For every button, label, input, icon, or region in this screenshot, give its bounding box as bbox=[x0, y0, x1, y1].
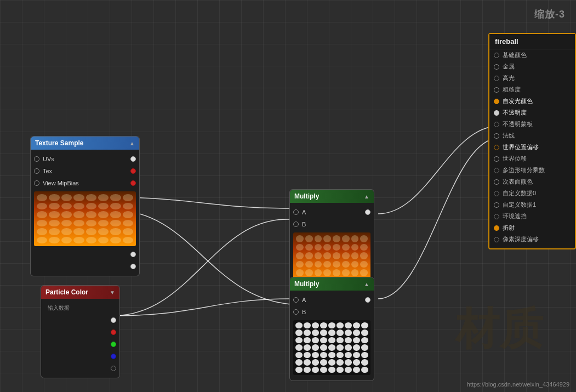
multiply-1-pin-b: B bbox=[290, 218, 374, 230]
pin-uvs-dot[interactable] bbox=[34, 156, 39, 162]
fireball-item-2[interactable]: 高光 bbox=[489, 72, 575, 84]
multiply-2-pin-a: A bbox=[290, 294, 374, 306]
multiply-2-preview bbox=[293, 320, 370, 375]
fireball-label-10: 多边形细分乘数 bbox=[503, 166, 545, 174]
fireball-item-3[interactable]: 粗糙度 bbox=[489, 84, 575, 95]
fireball-dot-4 bbox=[494, 99, 499, 104]
fireball-item-1[interactable]: 金属 bbox=[489, 61, 575, 72]
multiply-1-out[interactable] bbox=[365, 209, 370, 215]
fireball-dot-13 bbox=[494, 202, 499, 208]
multiply-2-out[interactable] bbox=[365, 297, 370, 303]
fireball-dot-8 bbox=[494, 145, 499, 150]
multiply-2-body: A B bbox=[290, 291, 374, 380]
fireball-label-11: 次表面颜色 bbox=[503, 178, 533, 186]
fireball-item-13[interactable]: 自定义数据1 bbox=[489, 199, 575, 211]
multiply-1-in-b[interactable] bbox=[293, 221, 299, 227]
pin-e2-out[interactable] bbox=[130, 264, 136, 269]
fireball-dot-12 bbox=[494, 191, 499, 196]
fireball-item-9[interactable]: 世界位移 bbox=[489, 153, 575, 164]
fireball-label-8: 世界位置偏移 bbox=[503, 143, 539, 151]
pin-extra2 bbox=[31, 260, 139, 272]
texture-sample-body: UVs Tex View MipBias bbox=[31, 150, 139, 276]
particle-color-body: 输入数据 bbox=[41, 299, 119, 378]
fireball-item-10[interactable]: 多边形细分乘数 bbox=[489, 164, 575, 176]
multiply-2-a-label: A bbox=[302, 297, 306, 303]
multiply-2-b-label: B bbox=[302, 309, 306, 315]
fireball-dot-2 bbox=[494, 76, 499, 81]
fireball-dot-5 bbox=[494, 110, 499, 116]
pin-uvs-label: UVs bbox=[43, 156, 54, 162]
fireball-dot-15 bbox=[494, 225, 499, 231]
fireball-label-15: 折射 bbox=[503, 224, 515, 232]
multiply-2-node[interactable]: Multiply ▲ A B bbox=[289, 277, 374, 381]
fireball-dot-0 bbox=[494, 53, 499, 58]
fireball-item-6[interactable]: 不透明蒙板 bbox=[489, 118, 575, 130]
fireball-dot-16 bbox=[494, 237, 499, 242]
fireball-item-8[interactable]: 世界位置偏移 bbox=[489, 141, 575, 153]
pin-mip-dot[interactable] bbox=[34, 180, 39, 186]
fireball-item-11[interactable]: 次表面颜色 bbox=[489, 176, 575, 188]
fireball-dot-1 bbox=[494, 64, 499, 70]
particle-subtitle: 输入数据 bbox=[41, 302, 119, 314]
particle-out-red[interactable] bbox=[111, 329, 116, 335]
pin-tex-dot[interactable] bbox=[34, 168, 39, 174]
pin-e1-out[interactable] bbox=[130, 252, 136, 257]
particle-color-header: Particle Color ▼ bbox=[41, 286, 119, 299]
particle-out-blue[interactable] bbox=[111, 354, 116, 359]
multiply-1-in-a[interactable] bbox=[293, 209, 299, 215]
pin-mip-out[interactable] bbox=[130, 180, 136, 186]
particle-out-white[interactable] bbox=[111, 317, 116, 323]
multiply-2-header: Multiply ▲ bbox=[290, 277, 374, 291]
particle-pin-blue bbox=[41, 350, 119, 362]
fireball-panel[interactable]: fireball 基础颜色 金属 高光 粗糙度 自发光颜色 不透明度 不透明蒙板… bbox=[488, 33, 576, 249]
fireball-item-12[interactable]: 自定义数据0 bbox=[489, 188, 575, 199]
pin-extra1 bbox=[31, 248, 139, 260]
particle-pin-a bbox=[41, 362, 119, 374]
fireball-item-4[interactable]: 自发光颜色 bbox=[489, 95, 575, 107]
fireball-label-4: 自发光颜色 bbox=[503, 97, 533, 105]
fireball-dot-6 bbox=[494, 122, 499, 127]
fireball-dot-11 bbox=[494, 179, 499, 185]
fireball-label-12: 自定义数据0 bbox=[503, 189, 536, 197]
fireball-label-9: 世界位移 bbox=[503, 155, 527, 163]
multiply-2-title: Multiply bbox=[294, 280, 319, 288]
particle-color-expand[interactable]: ▼ bbox=[110, 289, 115, 296]
fireball-title: fireball bbox=[489, 34, 575, 49]
fireball-item-15[interactable]: 折射 bbox=[489, 222, 575, 234]
url-bar: https://blog.csdn.net/weixin_43464929 bbox=[467, 381, 569, 388]
multiply-2-in-a[interactable] bbox=[293, 297, 299, 303]
fireball-label-6: 不透明蒙板 bbox=[503, 120, 533, 128]
pin-tex-out[interactable] bbox=[130, 168, 136, 174]
texture-preview bbox=[34, 191, 136, 246]
fireball-item-5[interactable]: 不透明度 bbox=[489, 107, 575, 118]
pin-uvs-out[interactable] bbox=[130, 156, 136, 162]
fireball-dot-14 bbox=[494, 214, 499, 219]
fireball-label-16: 像素深度偏移 bbox=[503, 235, 539, 243]
particle-out-green[interactable] bbox=[111, 342, 116, 347]
particle-subtitle-text: 输入数据 bbox=[44, 304, 70, 312]
multiply-1-expand[interactable]: ▲ bbox=[364, 194, 369, 200]
particle-pin-red bbox=[41, 326, 119, 338]
fireball-item-0[interactable]: 基础颜色 bbox=[489, 49, 575, 61]
fireball-label-14: 环境遮挡 bbox=[503, 212, 527, 220]
fireball-dot-9 bbox=[494, 156, 499, 162]
fireball-item-7[interactable]: 法线 bbox=[489, 130, 575, 141]
multiply-2-expand[interactable]: ▲ bbox=[364, 281, 369, 287]
texture-sample-title: Texture Sample bbox=[35, 139, 83, 147]
texture-sample-expand[interactable]: ▲ bbox=[129, 140, 135, 146]
texture-sample-node[interactable]: Texture Sample ▲ UVs Tex View MipBias bbox=[30, 136, 140, 276]
fireball-label-0: 基础颜色 bbox=[503, 51, 527, 59]
fireball-item-16[interactable]: 像素深度偏移 bbox=[489, 234, 575, 245]
fireball-label-7: 法线 bbox=[503, 132, 515, 140]
fireball-label-2: 高光 bbox=[503, 74, 515, 82]
particle-out-a[interactable] bbox=[111, 366, 116, 371]
multiply-2-in-b[interactable] bbox=[293, 309, 299, 315]
pin-tex: Tex bbox=[31, 165, 139, 177]
particle-color-node[interactable]: Particle Color ▼ 输入数据 bbox=[41, 285, 120, 378]
multiply-1-header: Multiply ▲ bbox=[290, 190, 374, 203]
multiply-1-title: Multiply bbox=[294, 192, 319, 200]
particle-color-title: Particle Color bbox=[45, 288, 88, 296]
fireball-dot-10 bbox=[494, 168, 499, 173]
pin-tex-label: Tex bbox=[43, 168, 52, 174]
fireball-item-14[interactable]: 环境遮挡 bbox=[489, 211, 575, 222]
